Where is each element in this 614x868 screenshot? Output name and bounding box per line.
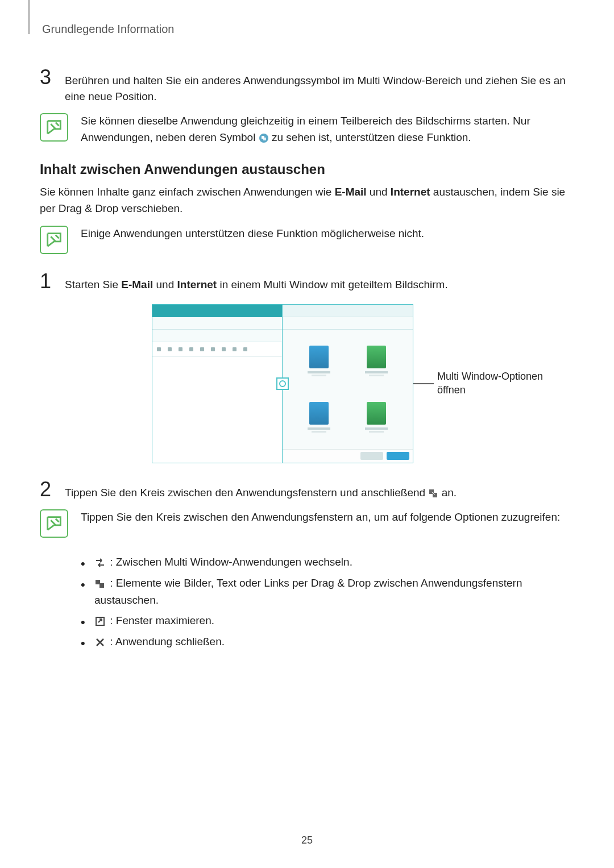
step-1: 1 Starten Sie E-Mail und Internet in ein…	[40, 271, 574, 293]
note-1: Sie können dieselbe Anwendung gleichzeit…	[40, 113, 574, 146]
step-3: 3 Berühren und halten Sie ein anderes An…	[40, 67, 574, 104]
drag-drop-icon	[428, 488, 438, 499]
step-number: 2	[40, 479, 56, 500]
list-item: : Zwischen Multi Window-Anwendungen wech…	[81, 554, 574, 571]
subheading: Inhalt zwischen Anwendungen austauschen	[40, 161, 574, 177]
multi-window-screenshot	[152, 304, 413, 463]
page-header: Grundlegende Information	[42, 23, 574, 36]
note-icon	[40, 509, 68, 538]
note-icon	[40, 113, 68, 142]
svg-rect-5	[96, 580, 100, 584]
step-number: 3	[40, 67, 56, 88]
options-list: : Zwischen Multi Window-Anwendungen wech…	[40, 554, 574, 650]
callout-label: Multi Window-Optionen öffnen	[437, 370, 551, 397]
maximize-icon	[94, 616, 106, 626]
multi-window-handle-icon	[276, 377, 289, 390]
drag-drop-icon	[94, 579, 106, 589]
note-text: Sie können dieselbe Anwendung gleichzeit…	[81, 113, 574, 146]
page-number: 25	[0, 834, 614, 846]
note-2: Einige Anwendungen unterstützen diese Fu…	[40, 226, 574, 254]
close-icon	[94, 637, 106, 647]
step-text: Tippen Sie den Kreis zwischen den Anwend…	[65, 479, 457, 501]
swap-icon	[94, 558, 106, 568]
note-text: Tippen Sie den Kreis zwischen den Anwend…	[81, 509, 560, 526]
figure: Multi Window-Optionen öffnen	[40, 304, 574, 463]
multi-instance-icon	[259, 133, 269, 143]
note-text: Einige Anwendungen unterstützen diese Fu…	[81, 226, 424, 242]
intro-paragraph: Sie können Inhalte ganz einfach zwischen…	[40, 184, 574, 217]
step-2: 2 Tippen Sie den Kreis zwischen den Anwe…	[40, 479, 574, 501]
list-item: : Fenster maximieren.	[81, 612, 574, 629]
svg-rect-6	[99, 583, 104, 588]
step-text: Berühren und halten Sie ein anderes Anwe…	[65, 67, 574, 104]
note-icon	[40, 226, 68, 254]
step-text: Starten Sie E-Mail und Internet in einem…	[65, 271, 448, 293]
list-item: : Anwendung schließen.	[81, 633, 574, 650]
svg-rect-2	[263, 138, 266, 140]
step-number: 1	[40, 271, 56, 292]
list-item: : Elemente wie Bilder, Text oder Links p…	[81, 575, 574, 609]
note-3: Tippen Sie den Kreis zwischen den Anwend…	[40, 509, 574, 538]
